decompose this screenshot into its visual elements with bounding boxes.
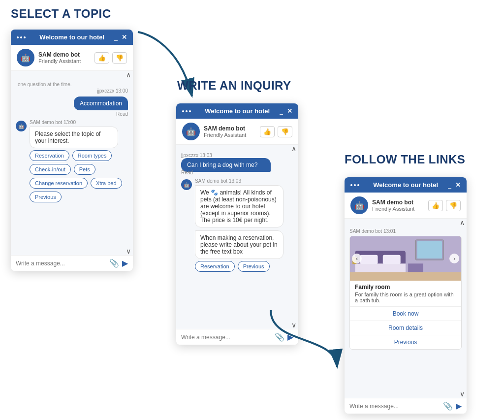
bot-row-1: 🤖 SAM demo bot 13:00 Please select the t… bbox=[16, 120, 128, 204]
chat-messages-1: ∧ one question at the time. jjpxczzx 13:… bbox=[11, 71, 133, 255]
room-card-actions-3: Book now Room details Previous bbox=[350, 306, 461, 349]
agent-info-1: SAM demo bot Friendly Assistant bbox=[38, 51, 91, 64]
chat-messages-2: ∧ jjpxczzx 13:03 Can I bring a dog with … bbox=[176, 145, 298, 329]
header-title-3: Welcome to our hotel bbox=[373, 181, 438, 189]
book-now-btn-3[interactable]: Book now bbox=[350, 307, 461, 321]
carousel-prev-btn-3[interactable]: ‹ bbox=[352, 254, 362, 263]
agent-avatar-2: 🤖 bbox=[182, 123, 200, 140]
choice-changereservation-1[interactable]: Change reservation bbox=[30, 178, 88, 189]
minimize-icon-2[interactable]: _ bbox=[280, 108, 283, 115]
message-input-3[interactable] bbox=[349, 403, 440, 410]
attach-icon-1[interactable]: 📎 bbox=[109, 258, 119, 268]
read-label-1: Read bbox=[116, 111, 128, 117]
scroll-down-1[interactable]: ∨ bbox=[126, 247, 131, 255]
agent-actions-2: 👍 👎 bbox=[260, 126, 292, 137]
bot-label-2: SAM demo bot 13:03 bbox=[195, 178, 293, 184]
bot-label-3: SAM demo bot 13:01 bbox=[349, 228, 462, 234]
section-label-3: FOLLOW THE LINKS bbox=[345, 153, 465, 167]
room-card-img-3: ‹ › bbox=[350, 236, 461, 281]
thumbdown-btn-3[interactable]: 👎 bbox=[446, 200, 461, 211]
chat-widget-1: Welcome to our hotel _ ✕ 🤖 SAM demo bot … bbox=[11, 30, 133, 271]
previous-btn-3[interactable]: Previous bbox=[350, 335, 461, 349]
agent-name-2: SAM demo bot bbox=[204, 125, 256, 132]
minimize-icon-1[interactable]: _ bbox=[114, 34, 118, 41]
message-input-1[interactable] bbox=[16, 260, 106, 267]
minimize-icon-3[interactable]: _ bbox=[448, 182, 451, 189]
agent-bar-2: 🤖 SAM demo bot Friendly Assistant 👍 👎 bbox=[176, 119, 298, 145]
svg-rect-6 bbox=[383, 255, 401, 264]
thumbdown-btn-2[interactable]: 👎 bbox=[278, 126, 292, 137]
close-icon-2[interactable]: ✕ bbox=[287, 107, 292, 115]
close-icon-1[interactable]: ✕ bbox=[122, 33, 127, 41]
scroll-up-2[interactable]: ∧ bbox=[291, 145, 296, 153]
scroll-up-1[interactable]: ∧ bbox=[126, 71, 131, 79]
bot-bubble-2b: When making a reservation, please write … bbox=[195, 230, 284, 259]
user-bubble-1: Accommodation bbox=[74, 97, 128, 110]
input-bar-2: 📎 ▶ bbox=[176, 329, 298, 345]
arrow-1 bbox=[133, 27, 197, 106]
header-icons-3: _ ✕ bbox=[448, 181, 461, 189]
send-btn-3[interactable]: ▶ bbox=[456, 401, 462, 411]
room-card-body-3: Family room For family this room is a gr… bbox=[350, 281, 461, 306]
dot3-2 bbox=[189, 110, 191, 112]
dot2-3 bbox=[354, 184, 356, 186]
chat-widget-3: Welcome to our hotel _ ✕ 🤖 SAM demo bot … bbox=[345, 177, 467, 414]
send-btn-1[interactable]: ▶ bbox=[122, 258, 128, 268]
carousel-next-btn-3[interactable]: › bbox=[449, 254, 459, 263]
chat-header-3: Welcome to our hotel _ ✕ bbox=[345, 177, 467, 193]
room-name-3: Family room bbox=[355, 284, 456, 291]
choice-xtrabed-1[interactable]: Xtra bed bbox=[91, 178, 122, 189]
attach-icon-2[interactable]: 📎 bbox=[275, 332, 284, 342]
choice-roomtypes-1[interactable]: Room types bbox=[72, 150, 112, 161]
room-desc-3: For family this room is a great option w… bbox=[355, 291, 456, 303]
agent-actions-3: 👍 👎 bbox=[428, 200, 461, 211]
message-input-2[interactable] bbox=[181, 334, 272, 341]
chat-header-2: Welcome to our hotel _ ✕ bbox=[176, 103, 298, 119]
scroll-down-3[interactable]: ∨ bbox=[460, 390, 465, 398]
agent-avatar-1: 🤖 bbox=[17, 49, 34, 66]
thumbup-btn-2[interactable]: 👍 bbox=[260, 126, 275, 137]
bot-bubble-2a: We 🐾 animals! All kinds of pets (at leas… bbox=[195, 185, 284, 227]
dot1 bbox=[17, 36, 19, 38]
scroll-down-2[interactable]: ∨ bbox=[291, 321, 296, 329]
chat-widget-2: Welcome to our hotel _ ✕ 🤖 SAM demo bot … bbox=[176, 103, 298, 345]
header-title-1: Welcome to our hotel bbox=[39, 33, 104, 41]
header-dots-2 bbox=[182, 110, 191, 112]
thumbdown-btn-1[interactable]: 👎 bbox=[112, 52, 127, 64]
agent-actions-1: 👍 👎 bbox=[94, 52, 127, 64]
prev-msg-hint-1: one question at the time. bbox=[16, 82, 128, 87]
agent-avatar-3: 🤖 bbox=[350, 196, 368, 214]
header-dots-3 bbox=[350, 184, 359, 186]
choice-previous-1[interactable]: Previous bbox=[30, 192, 62, 202]
read-label-2: Read bbox=[181, 170, 293, 175]
section-label-1: SELECT A TOPIC bbox=[11, 7, 111, 21]
dot2 bbox=[20, 36, 22, 38]
agent-info-3: SAM demo bot Friendly Assistant bbox=[372, 199, 424, 212]
dot3 bbox=[24, 36, 26, 38]
agent-role-2: Friendly Assistant bbox=[204, 132, 256, 138]
choice-reservation-1[interactable]: Reservation bbox=[30, 150, 69, 161]
header-dots-1 bbox=[17, 36, 26, 38]
choice-previous-2[interactable]: Previous bbox=[238, 261, 270, 272]
choice-checkinout-1[interactable]: Check-in/out bbox=[30, 164, 71, 175]
dot3-3 bbox=[357, 184, 359, 186]
choices-1: Reservation Room types Check-in/out Pets… bbox=[30, 148, 128, 204]
agent-role-1: Friendly Assistant bbox=[38, 58, 91, 64]
scroll-up-3[interactable]: ∧ bbox=[460, 219, 465, 226]
header-title-2: Welcome to our hotel bbox=[205, 107, 270, 115]
svg-rect-11 bbox=[350, 272, 461, 281]
choice-reservation-2[interactable]: Reservation bbox=[195, 261, 235, 272]
room-details-btn-3[interactable]: Room details bbox=[350, 321, 461, 335]
header-icons-2: _ ✕ bbox=[280, 107, 292, 115]
thumbup-btn-1[interactable]: 👍 bbox=[94, 52, 109, 64]
room-image-svg bbox=[350, 236, 461, 281]
bot-avatar-small-2: 🤖 bbox=[181, 179, 192, 190]
close-icon-3[interactable]: ✕ bbox=[455, 181, 461, 189]
attach-icon-3[interactable]: 📎 bbox=[443, 401, 453, 411]
thumbup-btn-3[interactable]: 👍 bbox=[428, 200, 443, 211]
send-btn-2[interactable]: ▶ bbox=[287, 332, 293, 342]
choice-pets-1[interactable]: Pets bbox=[74, 164, 95, 175]
user-timestamp-1: jjpxczzx 13:00 bbox=[97, 88, 128, 94]
chat-header-1: Welcome to our hotel _ ✕ bbox=[11, 30, 133, 45]
robot-icon-2: 🤖 bbox=[186, 127, 196, 136]
